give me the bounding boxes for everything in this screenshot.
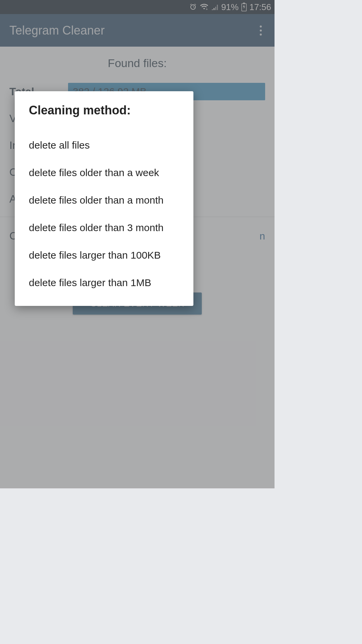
option-older-week[interactable]: delete files older than a week xyxy=(29,159,179,186)
option-larger-1mb[interactable]: delete files larger than 1MB xyxy=(29,269,179,297)
cleaning-method-dialog: Cleaning method: delete all files delete… xyxy=(15,91,193,306)
option-older-month[interactable]: delete files older than a month xyxy=(29,186,179,214)
dialog-title: Cleaning method: xyxy=(29,103,179,117)
option-older-3month[interactable]: delete files older than 3 month xyxy=(29,214,179,241)
option-larger-100kb[interactable]: delete files larger than 100KB xyxy=(29,241,179,269)
option-delete-all[interactable]: delete all files xyxy=(29,131,179,159)
